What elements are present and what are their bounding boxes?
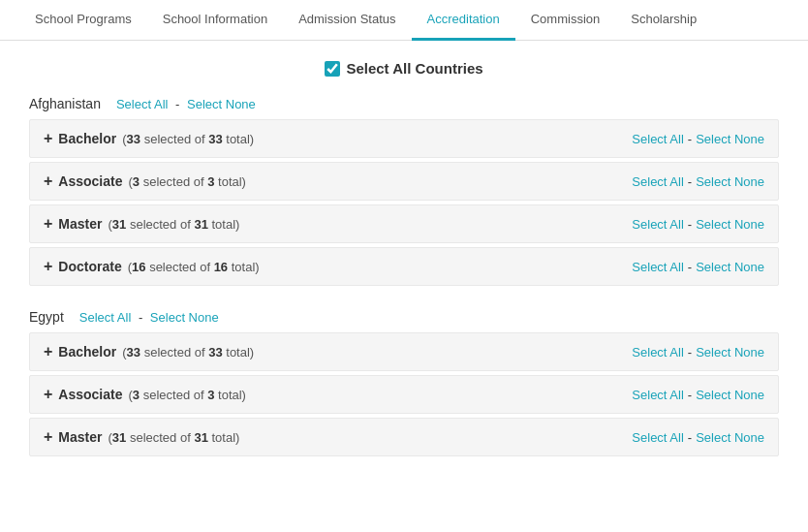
program-link-separator-egypt-bachelor: - bbox=[688, 345, 692, 360]
program-count-afghanistan-associate: (3 selected of 3 total) bbox=[129, 174, 246, 189]
program-select-all-afghanistan-associate[interactable]: Select All bbox=[632, 174, 683, 189]
country-select-all-egypt[interactable]: Select All bbox=[79, 310, 131, 325]
program-left-afghanistan-associate: + Associate (3 selected of 3 total) bbox=[44, 172, 246, 190]
country-select-all-afghanistan[interactable]: Select All bbox=[116, 97, 168, 111]
program-row-egypt-associate: + Associate (3 selected of 3 total)Selec… bbox=[29, 375, 779, 414]
program-select-all-afghanistan-master[interactable]: Select All bbox=[632, 217, 683, 232]
program-selected-num: 31 bbox=[112, 430, 126, 445]
program-left-egypt-bachelor: + Bachelor (33 selected of 33 total) bbox=[44, 343, 254, 360]
program-link-separator-egypt-associate: - bbox=[688, 388, 692, 402]
program-name-egypt-bachelor: Bachelor bbox=[58, 344, 116, 360]
program-select-all-afghanistan-bachelor[interactable]: Select All bbox=[632, 132, 683, 146]
select-all-countries-label[interactable]: Select All Countries bbox=[346, 60, 482, 77]
program-left-afghanistan-bachelor: + Bachelor (33 selected of 33 total) bbox=[44, 130, 254, 147]
program-right-afghanistan-doctorate: Select All - Select None bbox=[632, 260, 764, 274]
program-selected-num: 33 bbox=[127, 345, 140, 360]
program-total-num: 3 bbox=[207, 174, 214, 189]
program-right-afghanistan-master: Select All - Select None bbox=[632, 217, 764, 232]
program-count-afghanistan-master: (31 selected of 31 total) bbox=[108, 217, 239, 232]
program-expand-icon-afghanistan-master[interactable]: + bbox=[44, 215, 52, 233]
program-selected-num: 31 bbox=[112, 217, 126, 232]
select-all-countries-row: Select All Countries bbox=[29, 60, 779, 77]
countries-container: AfghanistanSelect All - Select None+ Bac… bbox=[29, 96, 779, 456]
program-right-egypt-master: Select All - Select None bbox=[632, 430, 764, 445]
program-select-none-egypt-master[interactable]: Select None bbox=[696, 430, 764, 445]
program-total-num: 33 bbox=[208, 132, 222, 146]
program-select-all-afghanistan-doctorate[interactable]: Select All bbox=[632, 260, 683, 274]
program-row-afghanistan-doctorate: + Doctorate (16 selected of 16 total)Sel… bbox=[29, 247, 779, 286]
program-select-none-egypt-bachelor[interactable]: Select None bbox=[696, 345, 764, 360]
program-select-none-afghanistan-doctorate[interactable]: Select None bbox=[696, 260, 764, 274]
program-row-afghanistan-master: + Master (31 selected of 31 total)Select… bbox=[29, 204, 779, 243]
country-select-none-egypt[interactable]: Select None bbox=[150, 310, 219, 325]
program-link-separator-afghanistan-master: - bbox=[688, 217, 692, 232]
program-select-all-egypt-master[interactable]: Select All bbox=[632, 430, 683, 445]
program-name-afghanistan-associate: Associate bbox=[58, 173, 122, 189]
country-link-separator-egypt: - bbox=[135, 310, 146, 325]
program-expand-icon-afghanistan-doctorate[interactable]: + bbox=[44, 258, 52, 275]
program-selected-num: 3 bbox=[133, 388, 140, 402]
program-expand-icon-egypt-associate[interactable]: + bbox=[44, 386, 52, 403]
country-select-none-afghanistan[interactable]: Select None bbox=[187, 97, 256, 111]
country-header-egypt: EgyptSelect All - Select None bbox=[29, 309, 779, 325]
country-section-afghanistan: AfghanistanSelect All - Select None+ Bac… bbox=[29, 96, 779, 286]
program-row-afghanistan-bachelor: + Bachelor (33 selected of 33 total)Sele… bbox=[29, 119, 779, 158]
program-row-afghanistan-associate: + Associate (3 selected of 3 total)Selec… bbox=[29, 162, 779, 201]
program-select-none-egypt-associate[interactable]: Select None bbox=[696, 388, 764, 402]
program-selected-num: 3 bbox=[133, 174, 140, 189]
program-left-afghanistan-master: + Master (31 selected of 31 total) bbox=[44, 215, 239, 233]
country-section-egypt: EgyptSelect All - Select None+ Bachelor … bbox=[29, 309, 779, 456]
select-all-countries-checkbox[interactable] bbox=[325, 61, 340, 77]
program-select-all-egypt-bachelor[interactable]: Select All bbox=[632, 345, 683, 360]
program-expand-icon-afghanistan-bachelor[interactable]: + bbox=[44, 130, 52, 147]
country-name-egypt: Egypt bbox=[29, 309, 64, 325]
program-select-none-afghanistan-bachelor[interactable]: Select None bbox=[696, 132, 764, 146]
nav-tab-school-programs[interactable]: School Programs bbox=[19, 0, 147, 41]
country-link-separator-afghanistan: - bbox=[171, 97, 183, 111]
program-left-afghanistan-doctorate: + Doctorate (16 selected of 16 total) bbox=[44, 258, 260, 275]
program-right-egypt-associate: Select All - Select None bbox=[632, 388, 764, 402]
program-count-afghanistan-doctorate: (16 selected of 16 total) bbox=[128, 260, 260, 274]
country-name-afghanistan: Afghanistan bbox=[29, 96, 101, 111]
program-total-num: 31 bbox=[194, 430, 207, 445]
program-link-separator-afghanistan-associate: - bbox=[688, 174, 692, 189]
program-name-afghanistan-master: Master bbox=[58, 216, 102, 232]
program-total-num: 3 bbox=[207, 388, 214, 402]
program-selected-num: 16 bbox=[132, 260, 145, 274]
program-total-num: 16 bbox=[214, 260, 228, 274]
nav-tab-accreditation[interactable]: Accreditation bbox=[412, 0, 515, 41]
program-select-all-egypt-associate[interactable]: Select All bbox=[632, 388, 683, 402]
nav-tab-scholarship[interactable]: Scholarship bbox=[615, 0, 712, 41]
nav-tab-admission-status[interactable]: Admission Status bbox=[283, 0, 411, 41]
program-selected-num: 33 bbox=[127, 132, 140, 146]
nav-tab-commission[interactable]: Commission bbox=[515, 0, 616, 41]
program-row-egypt-master: + Master (31 selected of 31 total)Select… bbox=[29, 418, 779, 456]
main-content: Select All Countries AfghanistanSelect A… bbox=[0, 41, 808, 499]
country-header-afghanistan: AfghanistanSelect All - Select None bbox=[29, 96, 779, 111]
program-count-egypt-associate: (3 selected of 3 total) bbox=[129, 388, 246, 402]
program-total-num: 31 bbox=[194, 217, 207, 232]
program-name-afghanistan-doctorate: Doctorate bbox=[58, 259, 121, 274]
program-expand-icon-afghanistan-associate[interactable]: + bbox=[44, 172, 52, 190]
program-count-afghanistan-bachelor: (33 selected of 33 total) bbox=[122, 132, 254, 146]
program-expand-icon-egypt-master[interactable]: + bbox=[44, 428, 52, 446]
program-name-egypt-associate: Associate bbox=[58, 387, 122, 402]
program-select-none-afghanistan-associate[interactable]: Select None bbox=[696, 174, 764, 189]
program-name-egypt-master: Master bbox=[58, 429, 102, 445]
program-count-egypt-bachelor: (33 selected of 33 total) bbox=[122, 345, 254, 360]
program-total-num: 33 bbox=[208, 345, 222, 360]
program-right-afghanistan-associate: Select All - Select None bbox=[632, 174, 764, 189]
nav-tab-school-information[interactable]: School Information bbox=[147, 0, 283, 41]
program-link-separator-afghanistan-doctorate: - bbox=[688, 260, 692, 274]
country-select-links-afghanistan: Select All - Select None bbox=[116, 97, 256, 111]
country-select-links-egypt: Select All - Select None bbox=[79, 310, 219, 325]
program-left-egypt-associate: + Associate (3 selected of 3 total) bbox=[44, 386, 246, 403]
program-link-separator-afghanistan-bachelor: - bbox=[688, 132, 692, 146]
program-row-egypt-bachelor: + Bachelor (33 selected of 33 total)Sele… bbox=[29, 332, 779, 371]
program-right-egypt-bachelor: Select All - Select None bbox=[632, 345, 764, 360]
program-link-separator-egypt-master: - bbox=[688, 430, 692, 445]
program-expand-icon-egypt-bachelor[interactable]: + bbox=[44, 343, 52, 360]
program-select-none-afghanistan-master[interactable]: Select None bbox=[696, 217, 764, 232]
nav-tabs: School ProgramsSchool InformationAdmissi… bbox=[0, 0, 808, 41]
program-right-afghanistan-bachelor: Select All - Select None bbox=[632, 132, 764, 146]
